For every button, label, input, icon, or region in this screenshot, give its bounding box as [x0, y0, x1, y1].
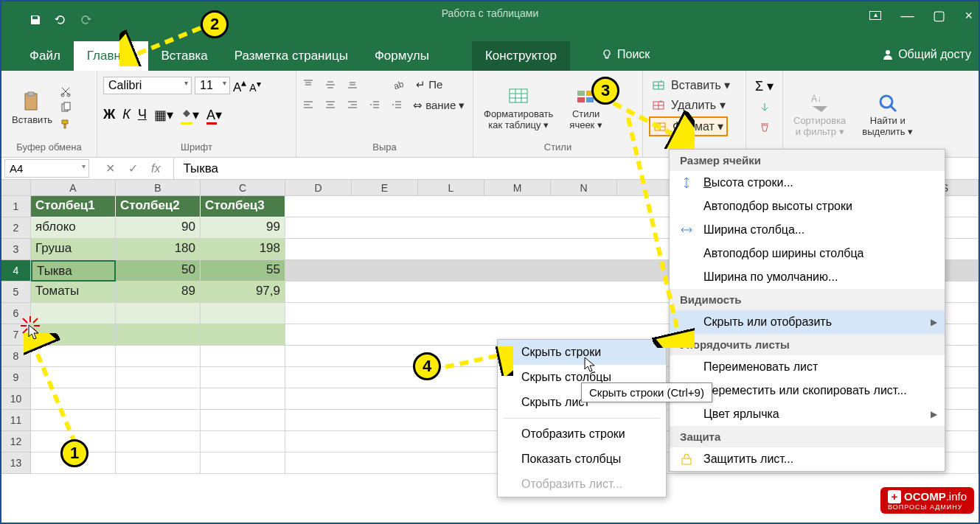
decrease-font-icon[interactable]: A▾	[249, 79, 260, 94]
cell[interactable]: 99	[201, 217, 285, 239]
cell[interactable]	[116, 453, 201, 474]
tab-formulas[interactable]: Формулы	[361, 41, 442, 71]
close-icon[interactable]: ×	[965, 8, 973, 24]
menu-rename-sheet[interactable]: Переименовать лист	[670, 355, 945, 379]
menu-protect-sheet[interactable]: Защитить лист...	[670, 447, 945, 471]
tab-file[interactable]: Файл	[16, 41, 74, 71]
fill-icon[interactable]	[759, 102, 771, 113]
save-icon[interactable]	[29, 14, 41, 26]
increase-font-icon[interactable]: A▴	[233, 77, 246, 95]
cell[interactable]: 55	[201, 260, 285, 282]
wrap-text-button[interactable]: ↵ Пе	[416, 78, 442, 91]
row-header[interactable]: 13	[1, 453, 31, 474]
cell[interactable]	[31, 346, 116, 367]
menu-hide-unhide[interactable]: Скрыть или отобразить▶	[670, 310, 945, 334]
align-left-icon[interactable]	[302, 99, 314, 111]
align-right-icon[interactable]	[347, 99, 358, 111]
enter-icon[interactable]: ✓	[128, 161, 138, 175]
tab-design[interactable]: Конструктор	[472, 41, 570, 71]
share-button[interactable]: Общий досту	[882, 38, 971, 71]
cell[interactable]: 97,9	[201, 282, 285, 303]
tab-home[interactable]: Главная	[74, 41, 148, 71]
menu-autofit-col[interactable]: Автоподбор ширины столбца	[670, 242, 945, 265]
cell[interactable]	[201, 303, 285, 324]
row-header[interactable]: 2	[1, 217, 31, 239]
indent-dec-icon[interactable]	[369, 99, 380, 111]
fx-icon[interactable]: fx	[151, 162, 160, 175]
copy-icon[interactable]	[60, 102, 72, 113]
cell[interactable]	[31, 388, 116, 410]
maximize-icon[interactable]: ▢	[933, 7, 945, 24]
cell[interactable]	[201, 388, 285, 410]
col-header[interactable]: E	[352, 180, 418, 196]
row-header[interactable]: 8	[1, 346, 31, 367]
cell[interactable]	[31, 303, 116, 324]
menu-tab-color[interactable]: Цвет ярлычка▶	[670, 402, 945, 426]
menu-row-height[interactable]: ВВысота строки...ысота строки...	[670, 171, 945, 195]
format-as-table-button[interactable]: Форматировать как таблицу ▾	[479, 83, 557, 132]
row-header[interactable]: 10	[1, 388, 31, 410]
autosum-icon[interactable]: Σ ▾	[755, 78, 774, 94]
bold-button[interactable]: Ж	[103, 107, 115, 123]
cell[interactable]	[116, 324, 201, 346]
cell[interactable]	[201, 431, 285, 453]
ribbon-options-icon[interactable]: ▴	[869, 11, 881, 20]
cell[interactable]	[201, 346, 285, 367]
cell[interactable]	[201, 453, 285, 474]
cancel-icon[interactable]: ✕	[105, 161, 115, 175]
cell[interactable]	[201, 324, 285, 346]
cell[interactable]: 198	[201, 239, 285, 260]
row-header[interactable]: 11	[1, 410, 31, 431]
menu-default-width[interactable]: Ширина по умолчанию...	[670, 265, 945, 289]
cell[interactable]: 89	[116, 282, 201, 303]
menu-col-width[interactable]: Ширина столбца...	[670, 218, 945, 242]
cell[interactable]	[31, 410, 116, 431]
col-header[interactable]: B	[116, 180, 201, 196]
italic-button[interactable]: К	[122, 107, 131, 123]
format-painter-icon[interactable]	[60, 118, 72, 130]
cut-icon[interactable]	[60, 85, 72, 97]
tab-insert[interactable]: Вставка	[148, 41, 221, 71]
submenu-show-rows[interactable]: Отобразить строки	[498, 422, 666, 447]
name-box[interactable]: A4	[4, 159, 89, 178]
format-cells-button[interactable]: Формат ▾	[649, 116, 728, 136]
fill-color-icon[interactable]: ▾	[181, 107, 199, 123]
row-header[interactable]: 4	[1, 260, 31, 282]
cell[interactable]: Груша	[31, 239, 116, 260]
redo-icon[interactable]	[80, 14, 91, 26]
table-header-cell[interactable]: Столбец3	[201, 196, 285, 217]
font-color-icon[interactable]: A▾	[206, 107, 222, 123]
merge-button[interactable]: ⇔ вание ▾	[413, 99, 465, 112]
row-header[interactable]: 5	[1, 282, 31, 303]
col-header[interactable]: A	[31, 180, 116, 196]
col-header[interactable]: N	[551, 180, 617, 196]
cell[interactable]: Тыква	[31, 260, 116, 282]
align-middle-icon[interactable]	[324, 79, 336, 91]
sort-filter-button[interactable]: А↓ Сортировка и фильтр ▾	[789, 90, 850, 139]
cell[interactable]	[116, 431, 201, 453]
col-header[interactable]: D	[285, 180, 352, 196]
cell[interactable]: 180	[116, 239, 201, 260]
submenu-hide-rows[interactable]: Скрыть строки	[498, 340, 666, 365]
orientation-icon[interactable]: ab	[394, 79, 406, 91]
insert-cells-button[interactable]: +Вставить ▾	[649, 77, 733, 94]
align-top-icon[interactable]	[302, 79, 314, 91]
cell[interactable]	[201, 367, 285, 388]
tell-me-search[interactable]: Поиск	[601, 38, 650, 71]
tab-page-layout[interactable]: Разметка страницы	[221, 41, 361, 71]
cell[interactable]: яблоко	[31, 217, 116, 239]
row-header[interactable]: 12	[1, 431, 31, 453]
font-name-select[interactable]: Calibri	[103, 77, 192, 94]
submenu-show-cols[interactable]: Показать столбцы	[498, 447, 666, 472]
delete-cells-button[interactable]: ×Удалить ▾	[649, 97, 729, 113]
table-header-cell[interactable]: Столбец1	[31, 196, 116, 217]
minimize-icon[interactable]: —	[900, 8, 914, 24]
font-size-select[interactable]: 11	[195, 77, 230, 94]
row-header[interactable]: 9	[1, 367, 31, 388]
cell[interactable]	[31, 367, 116, 388]
indent-inc-icon[interactable]	[391, 99, 403, 111]
cell[interactable]	[201, 410, 285, 431]
cell[interactable]	[116, 388, 201, 410]
cell[interactable]: Томаты	[31, 282, 116, 303]
cell[interactable]	[31, 324, 116, 346]
